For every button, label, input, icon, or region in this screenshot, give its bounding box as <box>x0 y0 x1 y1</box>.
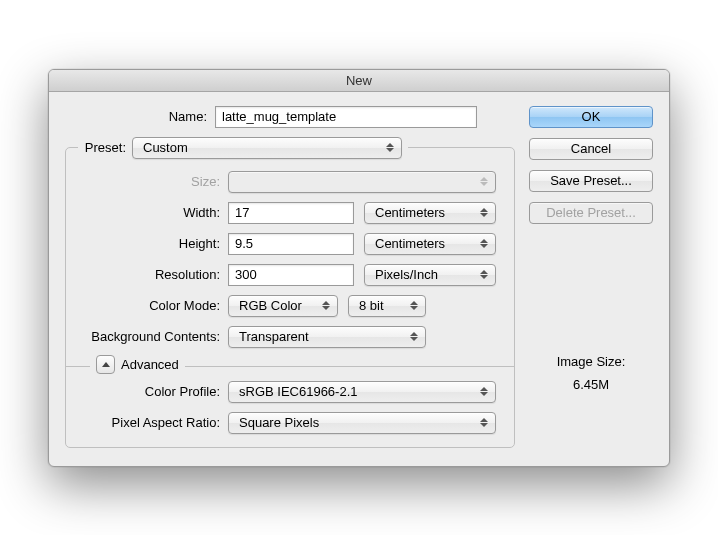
updown-icon <box>477 172 491 192</box>
bgcontents-select[interactable]: Transparent <box>228 326 426 348</box>
preset-fieldset: Preset: Custom Size: <box>65 137 515 448</box>
pixelaspect-value: Square Pixels <box>239 415 319 430</box>
size-label: Size: <box>78 174 228 189</box>
height-label: Height: <box>78 236 228 251</box>
colormode-value: RGB Color <box>239 298 302 313</box>
preset-select[interactable]: Custom <box>132 137 402 159</box>
size-select <box>228 171 496 193</box>
width-label: Width: <box>78 205 228 220</box>
updown-icon <box>477 234 491 254</box>
preset-value: Custom <box>143 140 188 155</box>
pixelaspect-select[interactable]: Square Pixels <box>228 412 496 434</box>
image-size-label: Image Size: <box>529 354 653 369</box>
settings-panel: Name: Preset: Custom Size: <box>65 106 515 448</box>
height-unit-select[interactable]: Centimeters <box>364 233 496 255</box>
updown-icon <box>319 296 333 316</box>
bitdepth-value: 8 bit <box>359 298 384 313</box>
bitdepth-select[interactable]: 8 bit <box>348 295 426 317</box>
updown-icon <box>477 382 491 402</box>
colorprofile-select[interactable]: sRGB IEC61966-2.1 <box>228 381 496 403</box>
dialog-content: Name: Preset: Custom Size: <box>49 92 669 466</box>
name-label: Name: <box>65 109 215 124</box>
height-unit-value: Centimeters <box>375 236 445 251</box>
colormode-label: Color Mode: <box>78 298 228 313</box>
updown-icon <box>477 203 491 223</box>
image-size-block: Image Size: 6.45M <box>529 354 653 448</box>
colorprofile-label: Color Profile: <box>78 384 228 399</box>
width-input[interactable] <box>228 202 354 224</box>
preset-label: Preset: <box>84 140 126 155</box>
updown-icon <box>407 296 421 316</box>
updown-icon <box>477 413 491 433</box>
dialog-title: New <box>49 70 669 92</box>
colorprofile-row: Color Profile: sRGB IEC61966-2.1 <box>78 381 502 403</box>
resolution-input[interactable] <box>228 264 354 286</box>
preset-legend: Preset: Custom <box>78 137 408 159</box>
bgcontents-row: Background Contents: Transparent <box>78 326 502 348</box>
width-row: Width: Centimeters <box>78 202 502 224</box>
updown-icon <box>407 327 421 347</box>
advanced-label: Advanced <box>121 357 179 372</box>
button-panel: OK Cancel Save Preset... Delete Preset..… <box>529 106 653 448</box>
height-input[interactable] <box>228 233 354 255</box>
advanced-area: Advanced Color Profile: sRGB IEC61966-2.… <box>66 366 514 434</box>
colorprofile-value: sRGB IEC61966-2.1 <box>239 384 358 399</box>
size-row: Size: <box>78 171 502 193</box>
bgcontents-label: Background Contents: <box>78 329 228 344</box>
width-unit-value: Centimeters <box>375 205 445 220</box>
image-size-value: 6.45M <box>529 377 653 392</box>
resolution-label: Resolution: <box>78 267 228 282</box>
updown-icon <box>477 265 491 285</box>
resolution-unit-value: Pixels/Inch <box>375 267 438 282</box>
resolution-unit-select[interactable]: Pixels/Inch <box>364 264 496 286</box>
save-preset-button[interactable]: Save Preset... <box>529 170 653 192</box>
name-row: Name: <box>65 106 515 128</box>
height-row: Height: Centimeters <box>78 233 502 255</box>
ok-button[interactable]: OK <box>529 106 653 128</box>
name-input[interactable] <box>215 106 477 128</box>
updown-icon <box>383 138 397 158</box>
advanced-toggle[interactable] <box>96 355 115 374</box>
bgcontents-value: Transparent <box>239 329 309 344</box>
resolution-row: Resolution: Pixels/Inch <box>78 264 502 286</box>
cancel-button[interactable]: Cancel <box>529 138 653 160</box>
pixelaspect-row: Pixel Aspect Ratio: Square Pixels <box>78 412 502 434</box>
delete-preset-button: Delete Preset... <box>529 202 653 224</box>
pixelaspect-label: Pixel Aspect Ratio: <box>78 415 228 430</box>
advanced-legend: Advanced <box>90 355 185 374</box>
width-unit-select[interactable]: Centimeters <box>364 202 496 224</box>
colormode-select[interactable]: RGB Color <box>228 295 338 317</box>
colormode-row: Color Mode: RGB Color 8 bit <box>78 295 502 317</box>
new-document-dialog: New Name: Preset: Custom Size: <box>48 69 670 467</box>
